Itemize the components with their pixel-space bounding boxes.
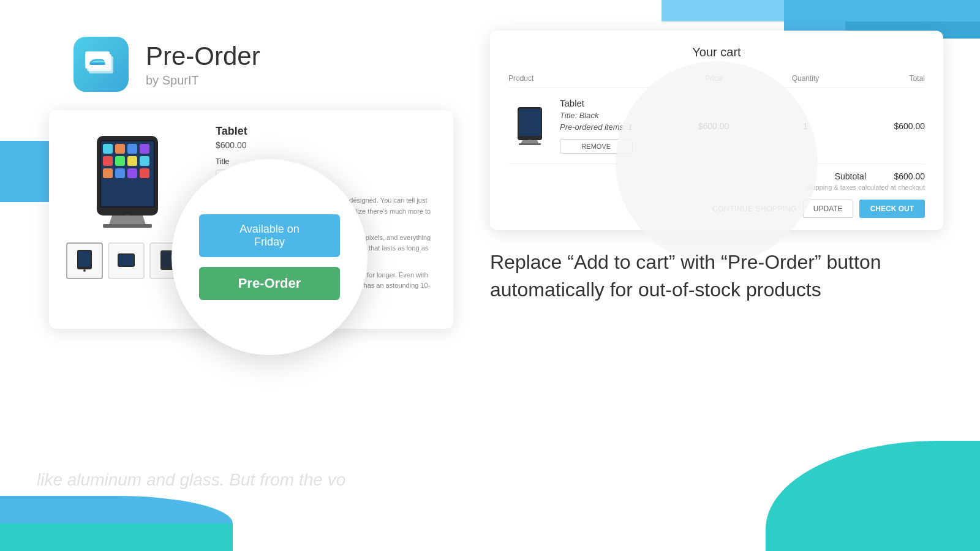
pre-order-button[interactable]: Pre-Order xyxy=(199,267,340,300)
cart-product-name: Tablet xyxy=(560,98,633,108)
svg-rect-15 xyxy=(140,168,149,178)
left-panel: Pre-Order by SpurIT xyxy=(0,0,478,551)
col-header-total: Total xyxy=(851,74,925,83)
description-text: Replace “Add to cart” with “Pre-Order” b… xyxy=(490,249,943,304)
thumbnail-1[interactable] xyxy=(66,242,103,279)
thumbnail-2[interactable] xyxy=(108,242,145,279)
cart-card: Your cart Product Price Quantity Total xyxy=(490,31,943,230)
cart-product-image xyxy=(508,105,551,148)
svg-rect-10 xyxy=(127,156,137,166)
update-cart-button[interactable]: UPDATE xyxy=(803,200,853,218)
cart-item-total: $600.00 xyxy=(851,121,925,131)
icon-card-3 xyxy=(85,51,110,69)
svg-marker-18 xyxy=(109,216,146,225)
svg-rect-21 xyxy=(78,251,91,267)
col-header-product: Product xyxy=(508,74,668,83)
svg-rect-11 xyxy=(140,156,149,166)
app-icon-stack xyxy=(85,51,117,77)
svg-rect-5 xyxy=(115,144,125,154)
svg-rect-7 xyxy=(140,144,149,154)
cart-circle-overlay xyxy=(616,61,818,263)
svg-rect-6 xyxy=(127,144,137,154)
svg-rect-13 xyxy=(115,168,125,178)
app-icon xyxy=(74,37,129,92)
available-on-friday-button[interactable]: Available on Friday xyxy=(199,214,340,257)
thumbnail-1-svg xyxy=(72,249,97,273)
app-subtitle: by SpurIT xyxy=(146,73,260,88)
product-main-image xyxy=(66,125,189,235)
overlay-italic-text: like aluminum and glass. But from the vo xyxy=(37,470,345,490)
product-price: $600.00 xyxy=(216,140,436,150)
svg-rect-9 xyxy=(115,156,125,166)
checkout-button[interactable]: CheCK OuT xyxy=(859,200,925,218)
subtotal-value: $600.00 xyxy=(876,171,925,181)
svg-rect-4 xyxy=(103,144,113,154)
cart-product-variant: Title: Black xyxy=(560,111,633,120)
product-name: Tablet xyxy=(216,125,436,138)
right-panel: Your cart Product Price Quantity Total xyxy=(478,0,980,551)
tablet-image-svg xyxy=(78,133,176,228)
circle-overlay: Available on Friday Pre-Order xyxy=(172,159,368,355)
svg-rect-19 xyxy=(103,224,152,228)
svg-rect-12 xyxy=(103,168,113,178)
app-title: Pre-Order by SpurIT xyxy=(146,42,260,88)
svg-rect-8 xyxy=(103,156,113,166)
app-header: Pre-Order by SpurIT xyxy=(0,0,478,110)
icon-svg xyxy=(88,54,107,66)
svg-rect-29 xyxy=(520,110,540,135)
main-container: Pre-Order by SpurIT xyxy=(0,0,980,551)
thumbnail-2-svg xyxy=(114,249,138,273)
svg-rect-24 xyxy=(119,255,134,266)
svg-rect-0 xyxy=(89,62,105,65)
svg-rect-14 xyxy=(127,168,137,178)
cart-tablet-svg xyxy=(511,106,548,146)
svg-rect-32 xyxy=(519,143,541,145)
svg-point-22 xyxy=(83,269,86,272)
cart-title: Your cart xyxy=(508,45,925,59)
app-name: Pre-Order xyxy=(146,42,260,71)
subtotal-label: Subtotal xyxy=(835,171,866,181)
